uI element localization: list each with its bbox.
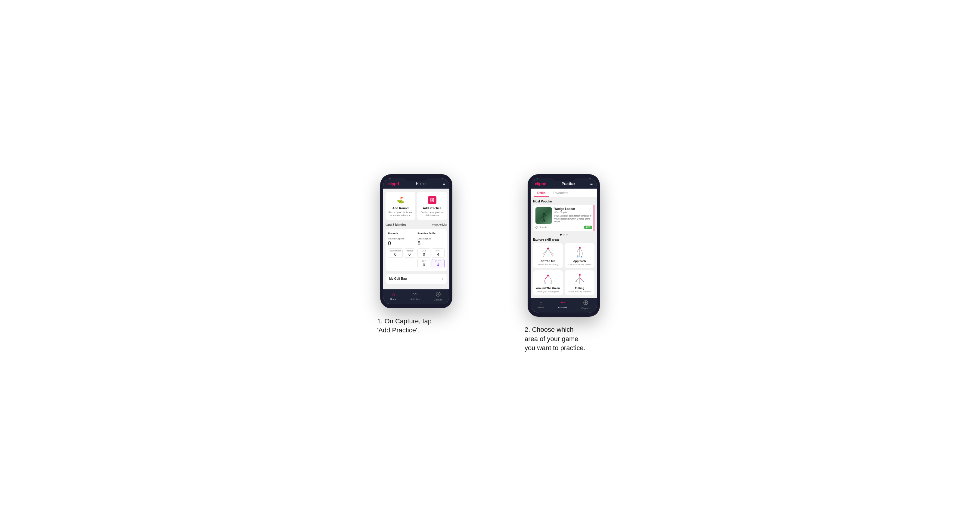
practice-value: 0 [406, 252, 413, 257]
practice-box: Practice 0 [404, 248, 415, 258]
phone-section-1: clippd Home ≡ ⛳ Add Round Record your sh… [355, 174, 478, 335]
add-practice-icon-wrap [427, 195, 437, 205]
carousel-dots [533, 234, 595, 235]
svg-point-19 [577, 256, 579, 257]
ott-subtitle: Power and accuracy [538, 263, 558, 266]
ott-title: Off The Tee [541, 260, 555, 263]
caption-1-text: 1. On Capture, tap 'Add Practice'. [377, 317, 432, 334]
nav-activities-label-1: Activities [410, 298, 420, 300]
nav-activities-2[interactable]: Activities [558, 300, 568, 310]
screen-content-1: ⛳ Add Round Record your shots fast or en… [383, 189, 449, 289]
putt-box: PUTT 4 [432, 259, 445, 268]
hamburger-icon-1[interactable]: ≡ [443, 181, 445, 186]
shots-label: 9 shots [535, 226, 547, 229]
svg-point-25 [583, 281, 584, 282]
app-badge: APP [584, 225, 592, 229]
nav-home-label-2: Home [538, 306, 544, 309]
view-activity-link[interactable]: View Activity [432, 223, 447, 226]
svg-point-1 [432, 199, 433, 201]
capture-icon-2 [583, 300, 588, 306]
svg-line-9 [542, 219, 544, 222]
home-icon-2: ⌂ [539, 300, 542, 306]
practice-badge-icon [428, 196, 436, 204]
app-logo-2: clippd [535, 181, 546, 186]
add-practice-subtitle: Capture your practice off-the-course [420, 211, 445, 217]
stats-header: Last 3 Months View Activity [385, 223, 447, 227]
explore-label: Explore skill areas [533, 238, 595, 241]
popular-card-image [535, 207, 552, 224]
dot-2 [563, 234, 565, 235]
phone-section-2: clippd Practice ≡ Drills Favourites Most… [502, 174, 625, 353]
rounds-title: Rounds [388, 232, 415, 236]
stats-grid: Rounds Rounds Capture 0 Tournament 0 [385, 229, 447, 271]
svg-point-11 [536, 226, 538, 228]
nav-home-label-1: Home [390, 298, 396, 300]
popular-card[interactable]: Wedge Ladder 50–100 yds Play 1 shot at e… [533, 205, 595, 231]
ott-label: OTT [419, 250, 429, 252]
drills-sub-grid: OTT 0 APP 4 ARG 0 [417, 248, 445, 268]
svg-line-10 [544, 219, 545, 222]
nav-capture-1[interactable]: Capture [434, 292, 442, 301]
practice-drills-title: Practice Drills [417, 232, 445, 236]
arg-box: ARG 0 [417, 259, 430, 268]
bottom-nav-1: ⌂ Home Activities [383, 289, 449, 304]
phone-screen-2: clippd Practice ≡ Drills Favourites Most… [531, 178, 597, 313]
skill-card-putting[interactable]: Putting Make and lag practice [565, 270, 595, 295]
svg-line-16 [542, 248, 548, 254]
capture-icon-1 [436, 292, 441, 298]
nav-home-1[interactable]: ⌂ Home [390, 292, 396, 301]
add-practice-card[interactable]: Add Practice Capture your practice off-t… [417, 192, 447, 220]
svg-point-5 [542, 213, 545, 215]
practice-label: Practice [406, 250, 413, 252]
nav-activities-1[interactable]: Activities [410, 292, 420, 301]
nav-capture-label-2: Capture [581, 307, 590, 310]
skill-card-approach[interactable]: Approach Dial-in to hit the green [565, 243, 595, 268]
atg-diagram [541, 273, 555, 285]
putting-diagram [573, 273, 587, 285]
popular-card-inner: Wedge Ladder 50–100 yds Play 1 shot at e… [535, 207, 592, 224]
rounds-capture-value: 0 [388, 240, 415, 247]
atg-title: Around The Green [536, 287, 560, 290]
nav-home-2[interactable]: ⌂ Home [538, 300, 544, 310]
svg-point-22 [544, 283, 546, 284]
caption-2: 2. Choose which area of your game you wa… [525, 325, 603, 353]
phone-2: clippd Practice ≡ Drills Favourites Most… [528, 174, 600, 317]
hamburger-icon-2[interactable]: ≡ [590, 181, 593, 186]
app-logo-1: clippd [387, 181, 399, 186]
ott-box: OTT 0 [417, 248, 430, 258]
arg-value: 0 [419, 263, 429, 267]
tabs-row: Drills Favourites [531, 189, 597, 197]
activities-icon-1 [412, 292, 418, 297]
tournament-value: 0 [390, 252, 401, 257]
caption-2-text: 2. Choose which area of your game you wa… [525, 326, 585, 352]
arg-label: ARG [419, 260, 429, 262]
popular-footer: 9 shots APP [535, 225, 592, 229]
add-round-icon-wrap: ⛳ [396, 195, 406, 205]
putting-title: Putting [575, 287, 584, 290]
tab-drills[interactable]: Drills [534, 189, 549, 197]
add-round-title: Add Round [393, 206, 409, 210]
approach-diagram [573, 246, 587, 258]
cards-row: ⛳ Add Round Record your shots fast or en… [385, 192, 447, 220]
add-round-card[interactable]: ⛳ Add Round Record your shots fast or en… [385, 192, 415, 220]
atg-subtitle: Hone your short game [537, 290, 559, 293]
tab-favourites[interactable]: Favourites [549, 189, 572, 197]
skill-card-ott[interactable]: Off The Tee Power and accuracy [533, 243, 563, 268]
star-icon[interactable]: ☆ [589, 207, 592, 211]
svg-line-17 [548, 248, 554, 254]
app-label: APP [433, 250, 443, 252]
golf-bag-label: My Golf Bag [389, 277, 407, 280]
drills-capture-label: Drills Capture [417, 237, 445, 240]
practice-drills-column: Practice Drills Drills Capture 8 OTT 0 [417, 232, 445, 268]
most-popular-label: Most Popular [533, 200, 595, 203]
nav-capture-2[interactable]: Capture [581, 300, 590, 310]
popular-card-desc: Play 1 shot at each target yardage. If y… [554, 214, 592, 223]
svg-line-13 [543, 248, 548, 257]
golf-bag-row[interactable]: My Golf Bag › [385, 274, 447, 284]
skill-card-atg[interactable]: Around The Green Hone your short game [533, 270, 563, 295]
home-icon-1: ⌂ [392, 292, 395, 297]
popular-card-title: Wedge Ladder [554, 207, 592, 211]
shots-text: 9 shots [539, 226, 547, 229]
app-title-2: Practice [562, 182, 574, 186]
ott-diagram [541, 246, 555, 258]
